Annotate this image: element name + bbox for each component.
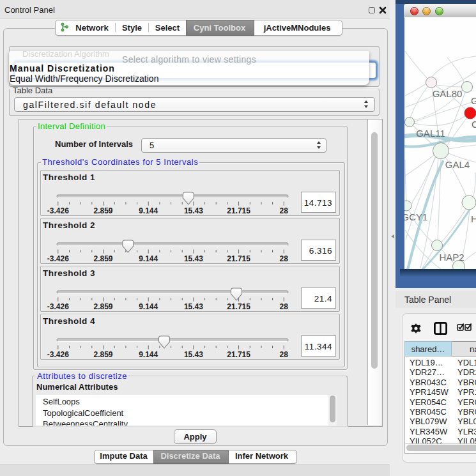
svg-text:21.715: 21.715 bbox=[227, 350, 250, 359]
svg-text:2.859: 2.859 bbox=[93, 350, 112, 359]
svg-text:GAL3: GAL3 bbox=[471, 95, 476, 106]
svg-text:28: 28 bbox=[280, 350, 289, 359]
svg-text:15.43: 15.43 bbox=[184, 254, 203, 263]
svg-text:21.715: 21.715 bbox=[227, 254, 250, 263]
svg-text:28: 28 bbox=[280, 206, 289, 215]
svg-text:15.43: 15.43 bbox=[184, 302, 203, 311]
svg-text:21.715: 21.715 bbox=[227, 302, 250, 311]
svg-text:HAP2: HAP2 bbox=[439, 252, 464, 263]
svg-text:9.144: 9.144 bbox=[139, 350, 158, 359]
svg-text:2.859: 2.859 bbox=[93, 206, 112, 215]
svg-text:15.43: 15.43 bbox=[184, 206, 203, 215]
svg-text:9.144: 9.144 bbox=[139, 302, 158, 311]
svg-text:HIS4: HIS4 bbox=[471, 213, 476, 224]
svg-text:9.144: 9.144 bbox=[139, 254, 158, 263]
svg-text:15.43: 15.43 bbox=[184, 350, 203, 359]
svg-text:9.144: 9.144 bbox=[139, 206, 158, 215]
svg-text:GCY1: GCY1 bbox=[404, 211, 427, 222]
svg-text:CDC1: CDC1 bbox=[472, 119, 476, 130]
svg-text:28: 28 bbox=[280, 302, 289, 311]
svg-text:-3.426: -3.426 bbox=[47, 206, 69, 215]
svg-text:2.859: 2.859 bbox=[93, 254, 112, 263]
svg-text:GAL4: GAL4 bbox=[445, 159, 470, 170]
svg-text:-3.426: -3.426 bbox=[47, 302, 69, 311]
svg-text:2.859: 2.859 bbox=[93, 302, 112, 311]
svg-text:-3.426: -3.426 bbox=[47, 350, 69, 359]
svg-text:-3.426: -3.426 bbox=[47, 254, 69, 263]
svg-text:GAL80: GAL80 bbox=[433, 88, 463, 99]
svg-text:21.715: 21.715 bbox=[227, 206, 250, 215]
svg-text:GAL11: GAL11 bbox=[416, 128, 445, 139]
svg-text:28: 28 bbox=[280, 254, 289, 263]
